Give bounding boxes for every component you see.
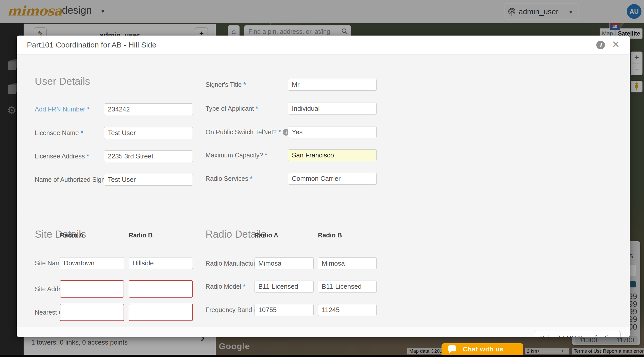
add-frn-link[interactable]: Add FRN Number [35,106,85,113]
required-asterisk: * [278,128,281,136]
field-label-maximum-capacity: Maximum Capacity? * [206,149,267,161]
radio-services-input[interactable] [288,173,377,185]
required-asterisk: * [265,152,267,159]
column-header-radio-b: Radio B [318,232,342,239]
modal-header: Part101 Coordination for AB - Hill Side … [17,36,630,55]
field-label-licensee-name: Licensee Name * [35,127,83,139]
frn-number-input[interactable] [104,103,193,115]
site-name-b-input[interactable] [129,257,193,269]
label-text: Maximum Capacity? [206,152,263,159]
field-label-radio-model: Radio Model * [206,281,245,293]
column-header-radio-b: Radio B [129,232,152,239]
field-label-type-of-applicant: Type of Applicant * [206,103,258,115]
radio-model-a-input[interactable] [255,281,314,293]
column-header-radio-a: Radio A [60,232,84,239]
nearest-city-b-input[interactable] [129,304,193,321]
required-asterisk: * [250,175,252,182]
label-text: On Public Switch TelNet? [206,128,277,136]
field-label-signers-title: Signer's Title * [206,79,246,91]
field-label-add-frn: Add FRN Number * [35,103,89,115]
required-asterisk: * [243,283,245,290]
site-address-b-input[interactable] [129,280,193,298]
radio-model-b-input[interactable] [318,281,377,293]
chat-launcher[interactable]: Chat with us [442,343,523,355]
signers-title-input[interactable] [288,79,377,91]
submit-fcc-coordination-button[interactable]: Submit FCC Coordination [535,331,621,337]
required-asterisk: * [87,153,89,160]
required-asterisk: * [243,81,246,88]
frequency-band-b-input[interactable] [318,304,377,316]
field-label-radio-services: Radio Services * [206,173,252,185]
column-header-radio-a: Radio A [255,232,278,239]
radio-manufacturer-a-input[interactable] [255,257,314,269]
chat-bubble-icon [448,345,456,351]
modal-title: Part101 Coordination for AB - Hill Side [27,36,156,54]
site-name-a-input[interactable] [60,257,124,269]
frequency-band-a-input[interactable] [255,304,314,316]
label-text: Name of Authorized Signer [35,176,111,183]
section-heading-user-details: User Details [35,76,90,87]
field-label-authorized-signer: Name of Authorized Signer * [35,174,115,186]
maximum-capacity-input[interactable] [288,149,377,161]
part101-coordination-modal: Part101 Coordination for AB - Hill Side … [17,36,630,337]
public-switch-telnet-input[interactable] [288,126,377,138]
label-text: Radio Model [206,283,241,290]
section-divider [20,212,626,212]
close-icon[interactable]: ✕ [612,39,620,50]
label-text: Signer's Title [206,81,242,88]
nearest-city-a-input[interactable] [60,304,124,321]
label-text: Type of Applicant [206,105,254,112]
radio-manufacturer-b-input[interactable] [318,257,377,269]
field-label-public-switch-telnet: On Public Switch TelNet? * i [206,126,289,138]
app-screen: mimosa design ▾ admin_user ▾ AU ⚙ ✎ admi… [0,0,644,357]
field-label-licensee-address: Licensee Address * [35,150,89,162]
required-asterisk: * [256,105,258,112]
required-asterisk: * [87,106,90,113]
label-text: Radio Services [206,175,248,182]
chat-label: Chat with us [463,343,504,355]
required-asterisk: * [81,129,83,136]
label-text: Frequency Band [206,306,252,313]
info-icon[interactable]: i [596,41,605,49]
site-address-a-input[interactable] [60,280,124,298]
next-section-heading-clipped: Ch [32,335,45,337]
authorized-signer-input[interactable] [104,174,193,186]
label-text: Licensee Name [35,129,79,136]
label-text: Licensee Address [35,153,85,160]
bottom-black-strip [0,355,644,357]
licensee-name-input[interactable] [104,127,193,139]
type-of-applicant-input[interactable] [288,103,377,115]
label-text: Radio Manufacturer [206,260,261,267]
licensee-address-input[interactable] [104,150,193,162]
